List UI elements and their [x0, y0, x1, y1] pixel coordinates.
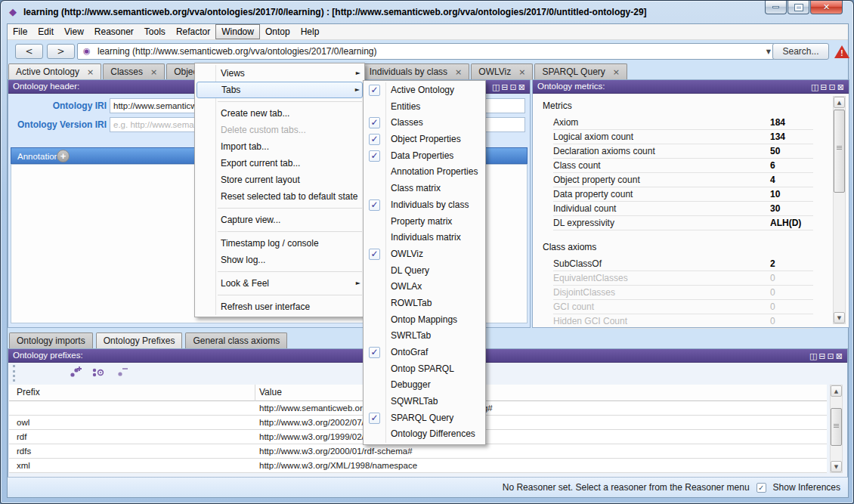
close-tab-icon[interactable]: × [87, 67, 94, 77]
submenu-item-classes[interactable]: ✓Classes [364, 115, 485, 131]
close-tab-icon[interactable]: × [518, 67, 525, 77]
submenu-item-swrltab[interactable]: SWRLTab [364, 328, 485, 345]
back-button[interactable]: < [15, 44, 43, 59]
toolbar-drag-handle[interactable] [13, 365, 15, 382]
combo-dropdown-icon[interactable]: ▼ [766, 48, 771, 55]
menu-window[interactable]: Window [215, 24, 260, 39]
panel-view-controls[interactable]: ◫⊟⊡⊠ [811, 81, 846, 94]
menu-item-export-current-tab[interactable]: Export current tab... [195, 155, 364, 172]
maximize-button[interactable] [787, 1, 809, 14]
submenu-item-entities[interactable]: Entities [364, 99, 485, 116]
menu-item-views[interactable]: Views► [195, 65, 364, 82]
scroll-up-icon[interactable]: ▲ [834, 97, 845, 108]
menu-item-refresh-user-interface[interactable]: Refresh user interface [195, 298, 364, 315]
forward-button[interactable]: > [47, 44, 75, 59]
view-float-icon[interactable]: ⊡ [829, 82, 837, 92]
submenu-item-debugger[interactable]: Debugger [364, 377, 485, 394]
tab-active-ontology[interactable]: Active Ontology× [8, 63, 101, 80]
submenu-item-annotation-properties[interactable]: Annotation Properties [364, 164, 485, 181]
menu-file[interactable]: File [8, 24, 32, 39]
show-prefix-button[interactable] [91, 366, 109, 381]
view-close-icon[interactable]: ⊠ [837, 82, 846, 92]
menu-edit[interactable]: Edit [32, 24, 59, 39]
scrollbar-thumb[interactable] [834, 110, 845, 193]
view-split-icon[interactable]: ◫ [811, 82, 820, 92]
view-close-icon[interactable]: ⊠ [836, 351, 844, 361]
menu-help[interactable]: Help [295, 24, 325, 39]
menu-item-timestamp-log[interactable]: Timestamp log / console [195, 235, 364, 252]
tab-ontology-prefixes[interactable]: Ontology Prefixes [96, 332, 183, 348]
menu-tools[interactable]: Tools [139, 24, 171, 39]
menu-item-store-current-layout[interactable]: Store current layout [195, 172, 364, 188]
submenu-item-owlviz[interactable]: ✓OWLViz [364, 246, 485, 263]
tab-ontology-imports[interactable]: Ontology imports [9, 332, 93, 348]
tab-sparql-query[interactable]: SPARQL Query× [534, 63, 627, 80]
show-inferences-checkbox[interactable]: ✓ [757, 483, 766, 493]
tab-individuals-by-class[interactable]: Individuals by class× [362, 63, 470, 80]
menu-item-show-log[interactable]: Show log... [195, 252, 364, 268]
menu-refactor[interactable]: Refactor [171, 24, 215, 39]
view-hsplit-icon[interactable]: ⊟ [818, 351, 827, 361]
submenu-item-individuals-by-class[interactable]: ✓Individuals by class [364, 197, 485, 214]
scrollbar-thumb[interactable] [831, 408, 842, 446]
scroll-down-icon[interactable]: ▼ [834, 312, 845, 323]
view-hsplit-icon[interactable]: ⊟ [501, 82, 509, 92]
search-button[interactable]: Search... [772, 43, 829, 60]
menu-item-look-and-feel[interactable]: Look & Feel► [195, 275, 364, 292]
column-prefix[interactable]: Prefix [17, 385, 40, 400]
menu-item-capture-view[interactable]: Capture view... [195, 212, 364, 228]
panel-view-controls[interactable]: ◫⊟⊡⊠ [809, 350, 844, 363]
submenu-item-dl-query[interactable]: DL Query [364, 263, 485, 280]
scroll-up-icon[interactable]: ▲ [831, 385, 842, 397]
submenu-item-class-matrix[interactable]: Class matrix [364, 181, 485, 197]
tab-classes[interactable]: Classes× [103, 63, 165, 80]
prefix-row[interactable]: xmlhttp://www.w3.org/XML/1998/namespace [9, 459, 827, 473]
menu-item-import-tab[interactable]: Import tab... [195, 138, 364, 155]
close-tab-icon[interactable]: × [613, 67, 620, 77]
close-tab-icon[interactable]: × [455, 67, 462, 77]
titlebar[interactable]: ◆ learning (http://www.semanticweb.org/v… [1, 1, 853, 23]
submenu-item-ontograf[interactable]: ✓OntoGraf [364, 345, 485, 361]
view-float-icon[interactable]: ⊡ [828, 351, 836, 361]
add-prefix-button[interactable] [68, 366, 86, 381]
add-annotation-button[interactable]: + [57, 150, 70, 162]
close-button[interactable]: ✕ [810, 1, 843, 14]
view-split-icon[interactable]: ◫ [809, 351, 818, 361]
close-tab-icon[interactable]: × [150, 67, 157, 77]
menu-item-tabs[interactable]: Tabs► [196, 82, 363, 98]
warning-icon[interactable]: ! [834, 45, 849, 58]
submenu-item-ontop-mappings[interactable]: Ontop Mappings [364, 312, 485, 329]
menu-ontop[interactable]: Ontop [260, 24, 295, 39]
panel-view-controls[interactable]: ◫⊟⊡⊠ [492, 81, 527, 94]
view-hsplit-icon[interactable]: ⊟ [820, 82, 828, 92]
menu-item-reset-selected-tab[interactable]: Reset selected tab to default state [195, 188, 364, 205]
ontology-metrics-panel-title[interactable]: Ontology metrics: ◫⊟⊡⊠ [533, 80, 849, 94]
ontology-selector-combo[interactable]: ◉ learning (http://www.semanticweb.org/v… [77, 43, 775, 60]
submenu-item-object-properties[interactable]: ✓Object Properties [364, 131, 485, 148]
view-float-icon[interactable]: ⊡ [510, 82, 518, 92]
submenu-item-data-properties[interactable]: ✓Data Properties [364, 148, 485, 165]
menu-reasoner[interactable]: Reasoner [89, 24, 139, 39]
minimize-button[interactable] [765, 1, 787, 14]
column-value[interactable]: Value [259, 385, 282, 400]
submenu-item-sparql-query[interactable]: ✓SPARQL Query [364, 410, 485, 427]
metrics-scrollbar[interactable]: ▲ ▼ [833, 96, 846, 324]
tab-general-class-axioms[interactable]: General class axioms [185, 332, 287, 348]
submenu-item-individuals-matrix[interactable]: Individuals matrix [364, 230, 485, 246]
submenu-item-owlax[interactable]: OWLAx [364, 279, 485, 295]
submenu-item-active-ontology[interactable]: ✓Active Ontology [364, 82, 485, 99]
prefix-row[interactable]: rdfshttp://www.w3.org/2000/01/rdf-schema… [9, 444, 827, 459]
view-split-icon[interactable]: ◫ [492, 82, 501, 92]
menu-view[interactable]: View [59, 24, 89, 39]
submenu-item-ontop-sparql[interactable]: Ontop SPARQL [364, 361, 485, 378]
submenu-item-sqwrltab[interactable]: SQWRLTab [364, 394, 485, 410]
prefixes-scrollbar[interactable]: ▲ ▼ [830, 385, 843, 473]
view-close-icon[interactable]: ⊠ [518, 82, 527, 92]
remove-prefix-button[interactable] [115, 366, 133, 381]
submenu-item-rowltab[interactable]: ROWLTab [364, 295, 485, 312]
submenu-item-ontology-differences[interactable]: Ontology Differences [364, 426, 485, 443]
scroll-down-icon[interactable]: ▼ [831, 461, 842, 472]
tab-owlviz[interactable]: OWLViz× [471, 63, 533, 80]
submenu-item-property-matrix[interactable]: Property matrix [364, 214, 485, 230]
menu-item-create-new-tab[interactable]: Create new tab... [195, 105, 364, 122]
